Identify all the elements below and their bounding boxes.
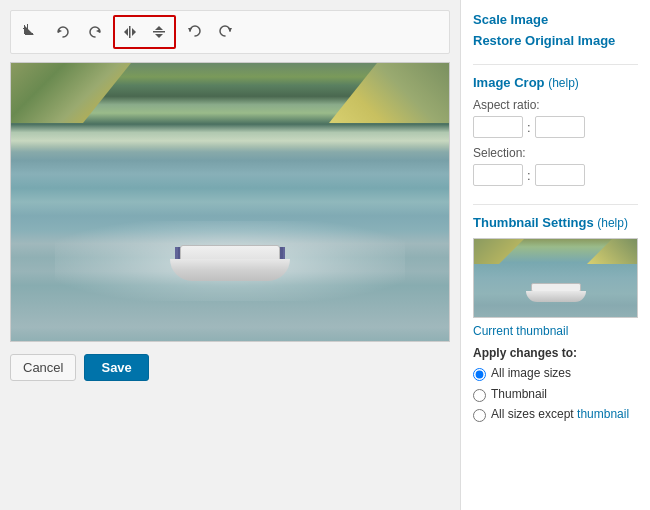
option-all-except[interactable]: All sizes except thumbnail (473, 407, 638, 423)
cancel-button[interactable]: Cancel (10, 354, 76, 381)
aspect-ratio-height-input[interactable] (535, 116, 585, 138)
current-thumbnail-label: Current thumbnail (473, 324, 638, 338)
thumbnail-section: Thumbnail Settings (help) Current thumbn… (473, 215, 638, 423)
flowers-top-left (11, 63, 131, 123)
divider-2 (473, 204, 638, 205)
thumbnail-help-link[interactable]: (help) (597, 216, 628, 230)
svg-marker-13 (228, 28, 232, 32)
svg-rect-1 (24, 33, 33, 34)
option-all-sizes-label: All image sizes (491, 366, 571, 382)
svg-marker-10 (155, 26, 163, 30)
option-all-sizes-radio[interactable] (473, 368, 486, 381)
selection-label: Selection: (473, 146, 638, 160)
option-thumbnail-label: Thumbnail (491, 387, 547, 403)
svg-marker-11 (155, 34, 163, 38)
svg-marker-7 (124, 28, 128, 36)
crop-section-title: Image Crop (help) (473, 75, 638, 90)
action-bar: Cancel Save (10, 350, 450, 385)
rotate-right-button[interactable] (81, 18, 109, 46)
right-panel: Scale Image Restore Original Image Image… (460, 0, 650, 510)
svg-marker-4 (58, 29, 62, 33)
rotate-left-button[interactable] (49, 18, 77, 46)
crop-button[interactable] (17, 18, 45, 46)
image-canvas[interactable] (10, 62, 450, 342)
option-all-sizes[interactable]: All image sizes (473, 366, 638, 382)
option-all-except-label: All sizes except thumbnail (491, 407, 629, 423)
thumbnail-section-title: Thumbnail Settings (help) (473, 215, 638, 230)
flip-horizontal-button[interactable] (116, 18, 144, 46)
apply-changes-options: All image sizes Thumbnail All sizes exce… (473, 366, 638, 423)
crop-help-link[interactable]: (help) (548, 76, 579, 90)
selection-row: : (473, 164, 638, 186)
aspect-ratio-width-input[interactable] (473, 116, 523, 138)
selection-width-input[interactable] (473, 164, 523, 186)
option-thumbnail-radio[interactable] (473, 389, 486, 402)
aspect-ratio-label: Aspect ratio: (473, 98, 638, 112)
undo-button[interactable] (180, 18, 208, 46)
svg-rect-0 (24, 25, 25, 34)
svg-marker-8 (132, 28, 136, 36)
svg-marker-5 (96, 29, 100, 33)
flowers-top-right (329, 63, 449, 123)
option-thumbnail[interactable]: Thumbnail (473, 387, 638, 403)
restore-image-link[interactable]: Restore Original Image (473, 33, 638, 48)
svg-rect-6 (129, 26, 131, 38)
svg-rect-3 (23, 28, 28, 29)
thumbnail-preview (473, 238, 638, 318)
aspect-ratio-colon: : (527, 120, 531, 135)
option-all-except-radio[interactable] (473, 409, 486, 422)
selection-height-input[interactable] (535, 164, 585, 186)
divider-1 (473, 64, 638, 65)
selection-colon: : (527, 168, 531, 183)
image-toolbar (10, 10, 450, 54)
redo-button[interactable] (212, 18, 240, 46)
save-button[interactable]: Save (84, 354, 148, 381)
svg-marker-12 (188, 28, 192, 32)
aspect-ratio-row: : (473, 116, 638, 138)
boat (170, 241, 290, 281)
left-panel: Cancel Save (0, 0, 460, 510)
crop-section: Image Crop (help) Aspect ratio: : Select… (473, 75, 638, 194)
flip-vertical-button[interactable] (145, 18, 173, 46)
svg-rect-9 (153, 31, 165, 33)
scale-image-link[interactable]: Scale Image (473, 12, 638, 27)
apply-changes-label: Apply changes to: (473, 346, 638, 360)
